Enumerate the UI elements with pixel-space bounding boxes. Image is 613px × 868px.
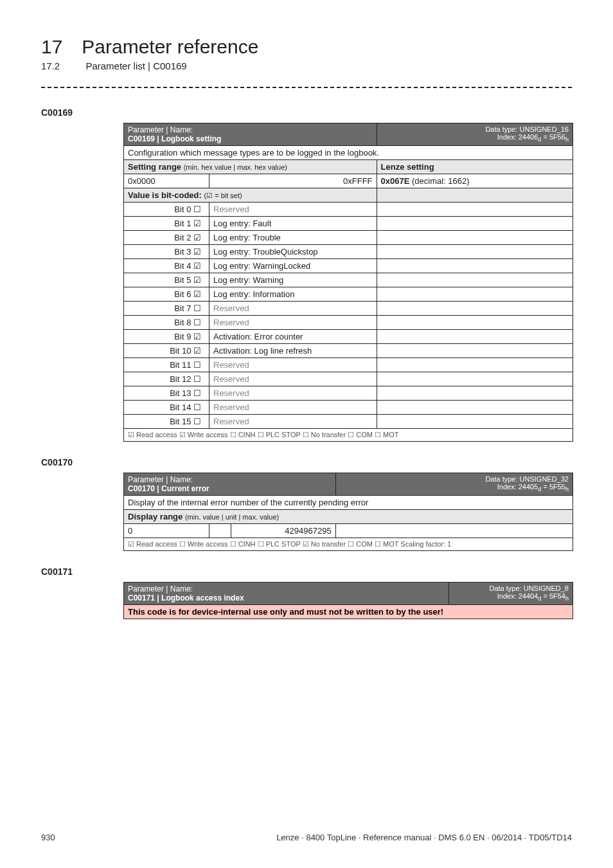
bit-label: Bit 15 ☐ [124, 415, 209, 429]
table-row: Display of the internal error number of … [124, 496, 573, 510]
bit-label: Bit 4 ☑ [124, 259, 209, 273]
min-hex: 0x0000 [124, 174, 209, 188]
bit-text: Reserved [209, 203, 377, 217]
table-row: ☑ Read access ☐ Write access ☐ CINH ☐ PL… [124, 538, 573, 551]
table-row: ☑ Read access ☑ Write access ☐ CINH ☐ PL… [124, 429, 573, 442]
bit-text: Reserved [209, 386, 377, 401]
bit-label: Bit 9 ☑ [124, 330, 209, 344]
bit-text: Activation: Log line refresh [209, 344, 377, 358]
table-row: Bit 8 ☐ Reserved [124, 316, 573, 330]
param-id-c00170: C00170 [41, 457, 572, 467]
param-dtype: Data type: UNSIGNED_8 [490, 584, 569, 592]
table-row: Parameter | Name: C00169 | Logbook setti… [124, 123, 573, 146]
table-row: Bit 14 ☐ Reserved [124, 401, 573, 415]
lenze-value: 0x067E [381, 176, 410, 186]
divider [41, 87, 572, 88]
empty-cell [377, 372, 573, 386]
param-dtype-cell: Data type: UNSIGNED_32 Index: 24405d = 5… [335, 473, 573, 496]
table-c00170: Parameter | Name: C00170 | Current error… [123, 473, 573, 551]
param-dtype: Data type: UNSIGNED_16 [485, 125, 569, 133]
empty-cell [209, 174, 317, 188]
bit-text: Reserved [209, 415, 377, 429]
table-row: Bit 0 ☐ Reserved [124, 203, 573, 217]
table-row: Bit 9 ☑ Activation: Error counter [124, 330, 573, 344]
param-index: Index: 24405d = 5F55h [497, 483, 569, 491]
min-value: 0 [124, 524, 209, 538]
empty-cell [377, 245, 573, 259]
checkbox-icon: ☑ [193, 247, 201, 257]
bit-label: Bit 2 ☑ [124, 231, 209, 245]
param-label: Parameter | Name: [128, 584, 193, 593]
table-row: Bit 2 ☑ Log entry: Trouble [124, 231, 573, 245]
table-c00169: Parameter | Name: C00169 | Logbook setti… [123, 123, 573, 442]
bitset-label: Value is bit-coded: [128, 190, 202, 200]
display-range-text: Display range [128, 512, 182, 521]
bit-label: Bit 10 ☑ [124, 344, 209, 358]
bit-text: Log entry: WarningLocked [209, 259, 377, 273]
table-row: 0 4294967295 [124, 524, 573, 538]
table-row: Bit 6 ☑ Log entry: Information [124, 287, 573, 302]
empty-cell [377, 231, 573, 245]
bit-text: Reserved [209, 358, 377, 372]
param-name-cell: Parameter | Name: C00170 | Current error [124, 473, 336, 496]
checkbox-icon: ☑ [193, 261, 201, 271]
bit-text: Log entry: Trouble [209, 231, 377, 245]
checkbox-icon: ☑ [193, 275, 201, 285]
param-dtype: Data type: UNSIGNED_32 [485, 475, 569, 483]
max-hex: 0xFFFF [317, 174, 377, 188]
max-value: 4294967295 [231, 524, 335, 538]
empty-cell [377, 188, 573, 203]
param-desc: Display of the internal error number of … [124, 496, 573, 510]
bit-text: Reserved [209, 316, 377, 330]
table-row: Value is bit-coded: (☑ = bit set) [124, 188, 573, 203]
table-row: Bit 15 ☐ Reserved [124, 415, 573, 429]
checkbox-icon: ☐ [193, 303, 201, 313]
table-row: Bit 11 ☐ Reserved [124, 358, 573, 372]
display-range-sub: (min. value | unit | max. value) [185, 513, 279, 521]
empty-cell [377, 273, 573, 287]
page-footer: 930 Lenze · 8400 TopLine · Reference man… [41, 833, 572, 842]
param-label: Parameter | Name: [128, 125, 193, 134]
setting-range-sub: (min. hex value | max. hex value) [184, 163, 287, 171]
section-number: 17.2 [41, 60, 60, 71]
page-number: 930 [41, 833, 55, 842]
config-desc: Configuration which message types are to… [124, 146, 573, 160]
chapter-title: Parameter reference [82, 36, 258, 57]
table-row: Bit 10 ☑ Activation: Log line refresh [124, 344, 573, 358]
bit-label: Bit 6 ☑ [124, 287, 209, 302]
unit-value [209, 524, 231, 538]
table-row: Setting range (min. hex value | max. hex… [124, 160, 573, 174]
table-c00171: Parameter | Name: C00171 | Logbook acces… [123, 582, 573, 619]
param-index: Index: 24404d = 5F54h [497, 592, 569, 600]
empty-cell [377, 401, 573, 415]
param-name: C00171 | Logbook access index [128, 593, 244, 602]
empty-cell [377, 259, 573, 273]
checkbox-icon: ☐ [193, 388, 201, 398]
empty-cell [335, 524, 573, 538]
bit-label: Bit 13 ☐ [124, 386, 209, 401]
param-dtype-cell: Data type: UNSIGNED_8 Index: 24404d = 5F… [449, 583, 573, 605]
bit-text: Log entry: TroubleQuickstop [209, 245, 377, 259]
checkbox-icon: ☑ [193, 233, 201, 242]
checkbox-icon: ☑ [193, 332, 201, 341]
table-row: This code is for device-internal use onl… [124, 605, 573, 619]
bit-label: Bit 12 ☐ [124, 372, 209, 386]
footer-meta: Lenze · 8400 TopLine · Reference manual … [276, 833, 572, 842]
table-row: Bit 5 ☑ Log entry: Warning [124, 273, 573, 287]
bit-label: Bit 7 ☐ [124, 302, 209, 316]
bit-label: Bit 3 ☑ [124, 245, 209, 259]
table-row: Bit 12 ☐ Reserved [124, 372, 573, 386]
chapter-header: 17 Parameter reference [41, 36, 572, 58]
checkbox-icon: ☐ [193, 360, 201, 370]
param-index: Index: 24406d = 5F56h [497, 133, 569, 141]
param-name: C00169 | Logbook setting [128, 134, 221, 143]
section-title: Parameter list | C00169 [85, 60, 186, 71]
table-row: Bit 4 ☑ Log entry: WarningLocked [124, 259, 573, 273]
table-row: Configuration which message types are to… [124, 146, 573, 160]
section-header: 17.2 Parameter list | C00169 [41, 60, 572, 71]
bit-text: Reserved [209, 401, 377, 415]
bit-label: Bit 0 ☐ [124, 203, 209, 217]
checkbox-icon: ☐ [193, 374, 201, 384]
param-label: Parameter | Name: [128, 475, 193, 484]
table-row: Bit 1 ☑ Log entry: Fault [124, 217, 573, 231]
